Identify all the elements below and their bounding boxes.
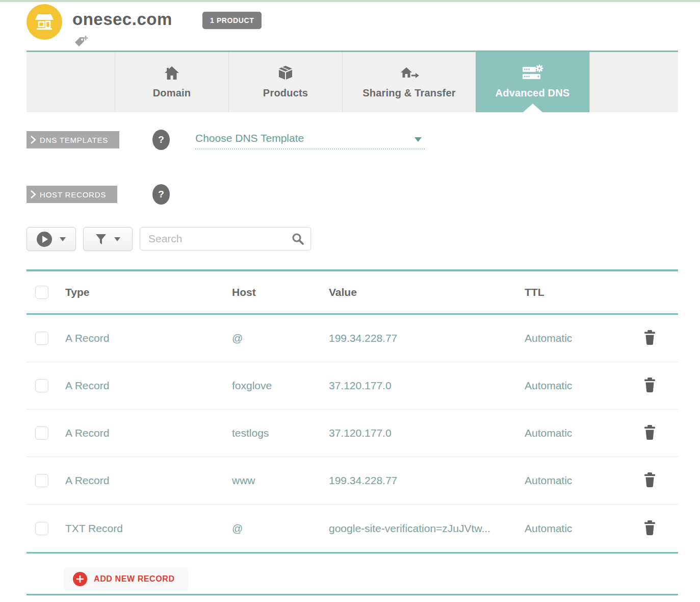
page-title: onesec.com: [72, 10, 172, 29]
delete-record-button[interactable]: [642, 329, 657, 348]
chevron-right-icon: [30, 190, 36, 199]
house-transfer-icon: [399, 64, 420, 82]
section-label: DNS TEMPLATES: [40, 136, 108, 144]
dropdown-selected-value: Choose DNS Template: [195, 132, 304, 144]
trash-icon: [643, 424, 656, 440]
host-records-table: Type Host Value TTL A Record @ 199.34.22…: [27, 269, 678, 554]
row-checkbox[interactable]: [35, 427, 48, 440]
tab-products[interactable]: Products: [228, 52, 342, 112]
filter-dropdown-button[interactable]: [83, 227, 133, 251]
cell-type: A Record: [65, 332, 232, 344]
cell-host: foxglove: [232, 380, 329, 392]
caret-down-icon: [60, 237, 66, 241]
tab-domain[interactable]: Domain: [115, 52, 228, 112]
column-header-type: Type: [65, 286, 232, 298]
cell-host: @: [232, 332, 329, 344]
plus-icon: [73, 572, 87, 586]
cell-ttl: Automatic: [525, 427, 638, 439]
host-records-ribbon: HOST RECORDS: [27, 186, 117, 203]
select-all-checkbox[interactable]: [35, 286, 48, 299]
caret-down-icon: [114, 237, 120, 241]
trash-icon: [643, 472, 656, 488]
cell-host: www: [232, 474, 329, 487]
column-header-value: Value: [329, 286, 525, 298]
table-row: A Record @ 199.34.228.77 Automatic: [27, 315, 678, 362]
domain-avatar: [27, 4, 62, 40]
delete-record-button[interactable]: [642, 423, 657, 443]
tab-label: Domain: [153, 87, 191, 99]
bottom-divider: [27, 594, 678, 595]
tab-advanced-dns[interactable]: Advanced DNS: [476, 52, 589, 112]
section-label: HOST RECORDS: [40, 190, 106, 199]
cell-ttl: Automatic: [525, 522, 638, 535]
host-records-help-button[interactable]: ?: [152, 184, 170, 205]
cell-value: 37.120.177.0: [329, 427, 525, 439]
search-box: [140, 227, 311, 250]
bulk-actions-dropdown-button[interactable]: [27, 227, 76, 251]
storefront-icon: [32, 9, 57, 35]
table-row: A Record www 199.34.228.77 Automatic: [27, 457, 678, 505]
question-mark-icon: ?: [158, 134, 164, 145]
dns-templates-ribbon: DNS TEMPLATES: [27, 131, 119, 148]
chevron-down-icon: [414, 137, 422, 142]
dns-template-dropdown[interactable]: Choose DNS Template: [195, 131, 425, 149]
cell-value: 199.34.228.77: [329, 474, 525, 487]
tab-label: Advanced DNS: [496, 87, 570, 99]
cell-type: TXT Record: [65, 522, 232, 535]
cell-ttl: Automatic: [525, 380, 638, 392]
cell-value: 199.34.228.77: [329, 332, 525, 344]
chevron-right-icon: [30, 135, 36, 144]
search-icon: [291, 232, 304, 245]
table-row: TXT Record @ google-site-verification=zJ…: [27, 505, 678, 552]
table-body: A Record @ 199.34.228.77 Automatic A Rec…: [27, 315, 678, 554]
column-header-ttl: TTL: [525, 286, 638, 298]
cell-type: A Record: [65, 427, 232, 439]
row-checkbox[interactable]: [35, 379, 48, 392]
cell-host: testlogs: [232, 427, 329, 439]
home-icon: [163, 64, 180, 82]
product-count-badge: 1 PRODUCT: [202, 12, 262, 29]
trash-icon: [643, 377, 656, 393]
cell-type: A Record: [65, 474, 232, 487]
tab-label: Products: [263, 87, 308, 99]
tab-sharing-transfer[interactable]: Sharing & Transfer: [342, 52, 476, 112]
top-divider: [0, 0, 700, 2]
tab-spacer-right: [589, 52, 678, 112]
tab-spacer-left: [27, 52, 115, 112]
table-row: A Record foxglove 37.120.177.0 Automatic: [27, 362, 678, 410]
trash-icon: [643, 520, 656, 536]
cell-ttl: Automatic: [525, 332, 638, 344]
table-row: A Record testlogs 37.120.177.0 Automatic: [27, 410, 678, 457]
box-icon: [277, 64, 294, 82]
column-header-host: Host: [232, 286, 329, 298]
row-checkbox[interactable]: [35, 332, 48, 345]
add-tag-icon[interactable]: [73, 35, 88, 49]
play-icon: [37, 232, 52, 247]
delete-record-button[interactable]: [642, 471, 657, 490]
add-new-record-label: ADD NEW RECORD: [94, 574, 175, 584]
delete-record-button[interactable]: [642, 376, 657, 395]
filter-icon: [95, 234, 107, 245]
row-checkbox[interactable]: [35, 474, 48, 487]
cell-ttl: Automatic: [525, 474, 638, 487]
cell-type: A Record: [65, 380, 232, 392]
tab-label: Sharing & Transfer: [362, 87, 456, 99]
server-gear-icon: [521, 64, 545, 82]
trash-icon: [643, 330, 656, 345]
delete-record-button[interactable]: [642, 519, 657, 538]
search-input[interactable]: [140, 227, 311, 250]
tab-bar: Domain Products: [27, 51, 678, 112]
add-new-record-button[interactable]: ADD NEW RECORD: [64, 567, 188, 591]
dns-templates-help-button[interactable]: ?: [152, 130, 170, 150]
row-checkbox[interactable]: [35, 522, 48, 535]
cell-value: 37.120.177.0: [329, 380, 525, 392]
advanced-dns-page: onesec.com 1 PRODUCT Domain: [0, 0, 700, 602]
question-mark-icon: ?: [158, 189, 164, 200]
table-header-row: Type Host Value TTL: [27, 269, 678, 315]
cell-value: google-site-verification=zJuJVtw...: [329, 522, 525, 535]
cell-host: @: [232, 522, 329, 535]
